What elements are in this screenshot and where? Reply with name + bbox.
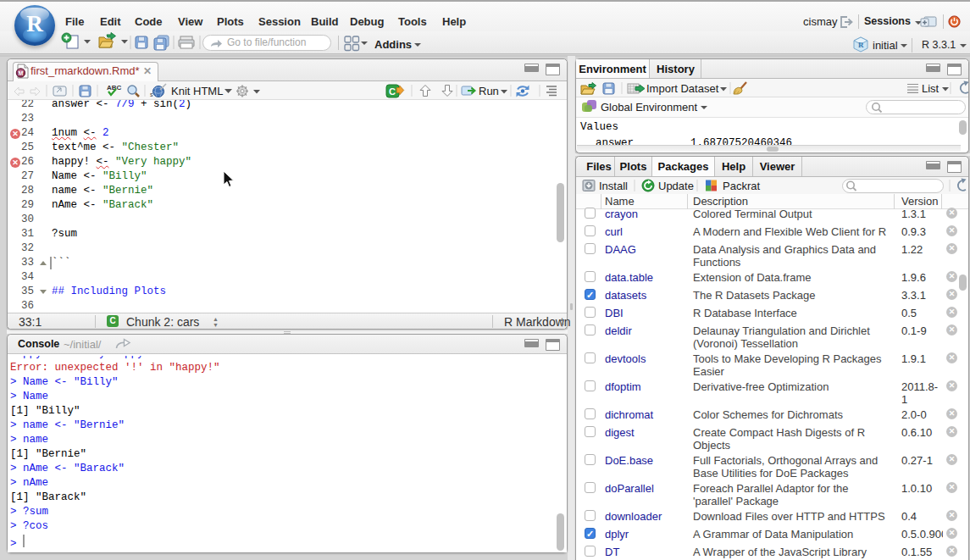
svg-text:M: M [18, 70, 23, 76]
svg-text:R: R [858, 41, 864, 49]
svg-text:s: s [150, 91, 153, 97]
svg-text:Run: Run [479, 85, 499, 97]
svg-text:Import Dataset: Import Dataset [646, 82, 719, 95]
svg-text:Knit HTML: Knit HTML [171, 85, 223, 97]
svg-text:Packrat: Packrat [723, 180, 760, 192]
svg-text:List: List [922, 82, 940, 95]
svg-text:Update: Update [658, 180, 694, 192]
svg-text:C: C [389, 86, 396, 97]
svg-text:Install: Install [599, 180, 628, 192]
